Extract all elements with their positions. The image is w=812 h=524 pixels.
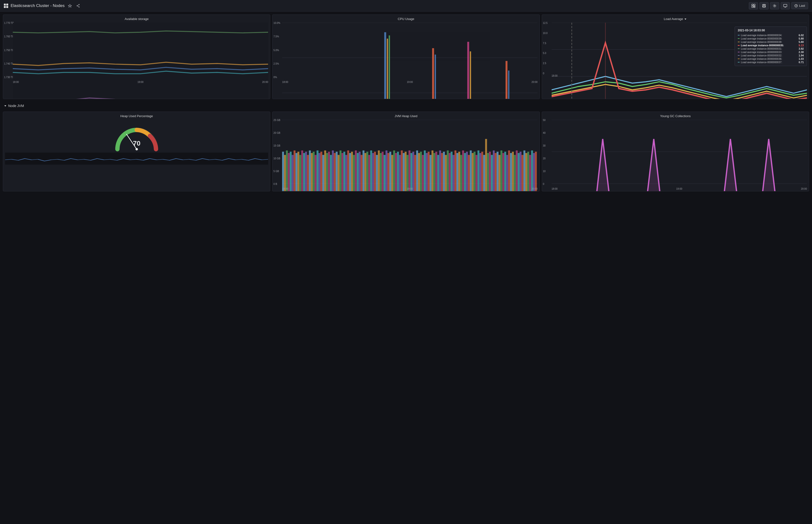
svg-rect-176 <box>355 150 357 191</box>
svg-rect-146 <box>297 152 299 191</box>
tooltip-value-2: 5.80 <box>799 40 804 44</box>
load-average-title: Load Average <box>542 15 809 22</box>
svg-rect-203 <box>407 155 409 191</box>
node-jvm-label: Node JVM <box>8 104 24 108</box>
svg-rect-248 <box>493 150 495 191</box>
y-label: 20 <box>543 157 546 160</box>
svg-rect-225 <box>449 153 451 191</box>
svg-text:70: 70 <box>133 140 140 147</box>
young-gc-svg <box>552 120 807 191</box>
young-gc-y-axis: 50 40 30 20 10 0 <box>543 119 546 185</box>
svg-rect-150 <box>305 152 307 191</box>
tooltip-value-5: 2.30 <box>799 51 804 53</box>
svg-rect-218 <box>435 152 437 191</box>
svg-rect-255 <box>506 155 508 191</box>
dashboard-title: Elasticsearch Cluster - Nodes <box>11 3 65 8</box>
tv-mode-button[interactable] <box>781 2 790 10</box>
y-label: 7.5% <box>273 35 280 38</box>
svg-rect-214 <box>428 152 429 191</box>
load-average-tooltip: 2021-03-14 18:03:00 Load average instanc… <box>735 27 807 66</box>
x-label: 19:00 <box>407 81 413 83</box>
svg-rect-247 <box>491 155 493 191</box>
young-gc-title: Young GC Collections <box>542 112 809 119</box>
save-button[interactable] <box>760 2 768 10</box>
available-storage-x-axis: 18:00 19:00 20:00 <box>13 81 268 83</box>
tooltip-dot-5 <box>738 52 740 52</box>
x-label: 18:00 <box>13 81 19 83</box>
tooltip-value-7: 1.03 <box>799 58 804 60</box>
y-label: 25 GB <box>273 119 280 121</box>
svg-rect-266 <box>527 152 529 191</box>
svg-rect-257 <box>510 153 512 191</box>
svg-rect-240 <box>477 150 480 191</box>
available-storage-chart-area: 1.770 TB 1.760 TB 1.750 TB 1.740 TB 1.73… <box>3 22 270 84</box>
svg-rect-103 <box>506 61 507 99</box>
svg-rect-185 <box>372 153 374 191</box>
tooltip-label-3: Load average instance-0000000035: <box>741 44 784 47</box>
settings-button[interactable] <box>770 2 779 10</box>
tooltip-dot-0 <box>738 35 740 35</box>
cpu-usage-y-axis: 10.0% 7.5% 5.0% 2.5% 0% <box>273 22 280 79</box>
svg-rect-197 <box>395 153 397 191</box>
tooltip-row-3: Load average instance-0000000035: 5.13 <box>738 44 804 47</box>
svg-rect-55 <box>387 38 388 99</box>
y-label: 10.0 <box>543 32 548 34</box>
tooltip-row-8: Load average instance-0000000037: 0.71 <box>738 61 804 64</box>
tooltip-dot-3 <box>738 45 740 46</box>
time-range-label: Last <box>799 4 805 7</box>
young-gc-x-axis: 18:00 19:00 20:00 <box>552 187 807 190</box>
svg-point-3 <box>79 6 79 7</box>
tooltip-value-0: 6.02 <box>799 34 804 37</box>
svg-rect-56 <box>389 35 390 99</box>
heap-used-pct-panel: Heap Used Percentage 7 <box>3 112 270 191</box>
x-label: 20:00 <box>262 81 268 83</box>
svg-rect-204 <box>409 150 410 191</box>
y-label: 10 GB <box>273 157 280 160</box>
svg-rect-222 <box>443 152 445 191</box>
time-range-button[interactable]: Last <box>791 2 808 9</box>
y-label: 0 <box>543 72 548 75</box>
load-average-panel: Load Average 12.5 10.0 7.5 5.0 2.5 0 <box>542 15 809 99</box>
main-content: Available storage 1.770 TB 1.760 TB 1.75… <box>0 12 812 194</box>
svg-rect-147 <box>299 155 302 191</box>
svg-rect-223 <box>445 155 447 191</box>
svg-rect-267 <box>529 155 531 191</box>
svg-rect-221 <box>441 153 443 191</box>
tooltip-row-7: Load average instance-0000000036: 1.03 <box>738 57 804 61</box>
tooltip-dot-1 <box>738 38 740 39</box>
svg-rect-243 <box>483 155 485 191</box>
svg-rect-234 <box>466 152 468 191</box>
jvm-heap-used-title: JVM Heap Used <box>273 112 539 119</box>
svg-rect-151 <box>307 155 309 191</box>
svg-point-2 <box>77 5 77 6</box>
y-label: 0 <box>543 183 546 185</box>
node-jvm-section-header[interactable]: Node JVM <box>3 102 809 110</box>
jvm-heap-used-panel: JVM Heap Used 25 GB 20 GB 15 GB 10 GB 5 … <box>272 112 539 191</box>
tooltip-label-6: Load average instance-0000000032: <box>741 54 782 57</box>
x-label: 19:00 <box>676 187 682 190</box>
svg-rect-249 <box>495 153 497 191</box>
young-gc-panel: Young GC Collections 50 40 30 20 10 0 <box>542 112 809 191</box>
available-storage-panel: Available storage 1.770 TB 1.760 TB 1.75… <box>3 15 270 99</box>
jvm-heap-x-axis: 18:00 19:00 20:00 <box>282 187 537 190</box>
tooltip-value-4: 3.92 <box>799 47 804 50</box>
star-button[interactable] <box>67 3 73 9</box>
svg-rect-208 <box>416 150 418 191</box>
cpu-usage-x-axis: 18:00 19:00 20:00 <box>282 81 537 83</box>
svg-rect-141 <box>288 153 290 191</box>
svg-rect-163 <box>330 155 332 191</box>
svg-rect-195 <box>391 155 393 191</box>
svg-rect-177 <box>357 153 359 191</box>
svg-rect-235 <box>468 155 470 191</box>
svg-rect-148 <box>302 150 303 191</box>
y-label: 1.740 TB <box>4 62 14 65</box>
x-label: 18:00 <box>552 75 558 77</box>
y-label: 10 <box>543 170 546 173</box>
add-panel-button[interactable] <box>749 2 758 10</box>
svg-rect-232 <box>462 150 464 191</box>
tooltip-row-0: Load average instance-0000000034: 6.02 <box>738 33 804 37</box>
tooltip-dot-2 <box>738 42 740 42</box>
share-button[interactable] <box>75 3 81 9</box>
svg-rect-140 <box>286 150 288 191</box>
svg-rect-261 <box>518 153 520 191</box>
